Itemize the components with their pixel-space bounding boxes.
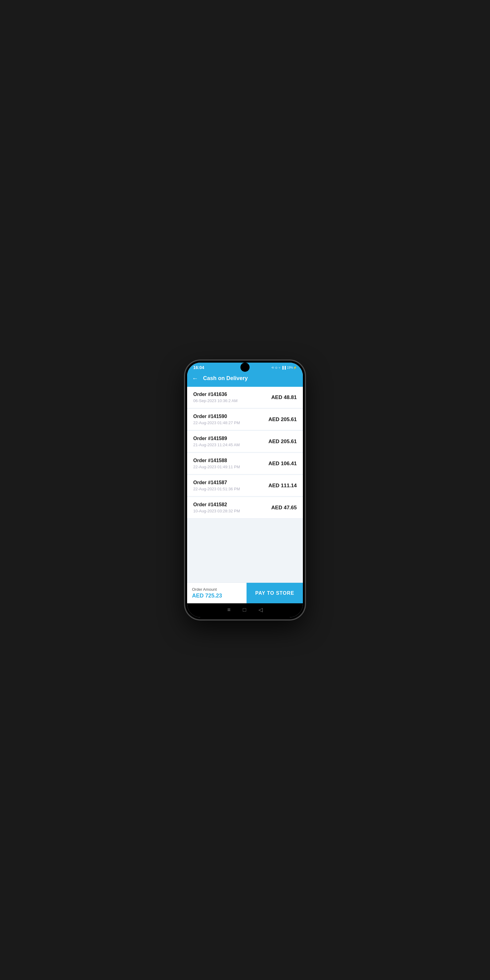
- camera-notch: [240, 363, 250, 372]
- order-date: 22-Aug-2023 01:48:27 PM: [193, 420, 268, 425]
- order-date: 06-Sep-2023 10:36:2 AM: [193, 398, 271, 403]
- pay-to-store-button[interactable]: PAY TO STORE: [247, 583, 303, 603]
- vibrate-icon: ⟲: [271, 366, 274, 369]
- order-total-section: Order Amount AED 725.23: [187, 583, 247, 603]
- order-number: Order #141582: [193, 502, 271, 508]
- order-info: Order #141588 22-Aug-2023 01:49:11 PM: [193, 458, 268, 469]
- order-amount: AED 47.65: [271, 505, 297, 511]
- page-title: Cash on Delivery: [203, 375, 248, 382]
- home-icon[interactable]: □: [243, 607, 246, 613]
- back-button[interactable]: ←: [192, 375, 198, 382]
- order-item-141582[interactable]: Order #141582 10-Aug-2023 03:28:32 PM AE…: [187, 497, 303, 519]
- order-item-141636[interactable]: Order #141636 06-Sep-2023 10:36:2 AM AED…: [187, 387, 303, 408]
- order-info: Order #141582 10-Aug-2023 03:28:32 PM: [193, 502, 271, 513]
- order-amount: AED 205.61: [268, 417, 297, 423]
- order-number: Order #141636: [193, 392, 271, 397]
- header: ← Cash on Delivery: [187, 371, 303, 387]
- order-amount: AED 205.61: [268, 439, 297, 445]
- order-number: Order #141588: [193, 458, 268, 463]
- order-info: Order #141589 21-Aug-2023 11:24:45 AM: [193, 436, 268, 447]
- order-item-141588[interactable]: Order #141588 22-Aug-2023 01:49:11 PM AE…: [187, 453, 303, 474]
- back-nav-icon[interactable]: ◁: [258, 606, 263, 613]
- order-number: Order #141587: [193, 480, 268, 485]
- order-amount: AED 106.41: [268, 461, 297, 467]
- order-number: Order #141589: [193, 436, 268, 441]
- location-icon: ⊙: [275, 366, 277, 369]
- wifi-icon: ▿: [279, 366, 280, 369]
- order-amount: AED 111.14: [268, 483, 297, 489]
- order-total-amount: AED 725.23: [192, 593, 242, 599]
- battery-icon: 19%⚡: [287, 366, 297, 369]
- order-item-141587[interactable]: Order #141587 22-Aug-2023 01:51:36 PM AE…: [187, 475, 303, 496]
- menu-icon[interactable]: ≡: [227, 607, 231, 613]
- order-number: Order #141590: [193, 414, 268, 419]
- order-info: Order #141636 06-Sep-2023 10:36:2 AM: [193, 392, 271, 403]
- orders-list: Order #141636 06-Sep-2023 10:36:2 AM AED…: [187, 387, 303, 582]
- bottom-bar: Order Amount AED 725.23 PAY TO STORE: [187, 582, 303, 603]
- order-date: 10-Aug-2023 03:28:32 PM: [193, 509, 271, 513]
- order-item-141589[interactable]: Order #141589 21-Aug-2023 11:24:45 AM AE…: [187, 431, 303, 452]
- order-amount: AED 48.81: [271, 395, 297, 401]
- order-date: 22-Aug-2023 01:49:11 PM: [193, 465, 268, 469]
- order-item-141590[interactable]: Order #141590 22-Aug-2023 01:48:27 PM AE…: [187, 409, 303, 430]
- signal-icon: ▐▐: [282, 366, 286, 369]
- status-time: 16:04: [193, 365, 204, 370]
- order-date: 22-Aug-2023 01:51:36 PM: [193, 487, 268, 491]
- order-total-label: Order Amount: [192, 587, 242, 592]
- phone-screen: 16:04 ⟲ ⊙ ▿ ▐▐ 19%⚡ ← Cash on Delivery O…: [187, 363, 303, 617]
- order-date: 21-Aug-2023 11:24:45 AM: [193, 442, 268, 447]
- order-info: Order #141590 22-Aug-2023 01:48:27 PM: [193, 414, 268, 425]
- status-icons: ⟲ ⊙ ▿ ▐▐ 19%⚡: [271, 366, 297, 369]
- phone-frame: 16:04 ⟲ ⊙ ▿ ▐▐ 19%⚡ ← Cash on Delivery O…: [185, 361, 305, 619]
- android-nav-bar: ≡ □ ◁: [187, 603, 303, 617]
- order-info: Order #141587 22-Aug-2023 01:51:36 PM: [193, 480, 268, 491]
